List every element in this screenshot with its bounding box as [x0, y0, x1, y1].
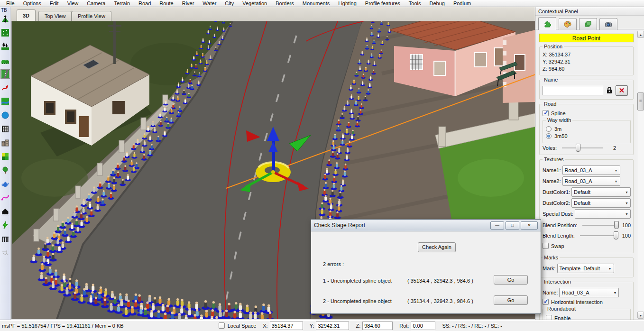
spline-label: Spline	[551, 110, 566, 116]
panel-scrollbar[interactable]: ▲ ▼	[637, 31, 644, 319]
tree-icon[interactable]	[0, 166, 10, 175]
blend-length-thumb[interactable]	[614, 231, 618, 239]
error-1-go-button[interactable]: Go	[494, 275, 528, 285]
menu-tools[interactable]: Tools	[405, 0, 425, 7]
menu-camera[interactable]: Camera	[83, 0, 110, 7]
close-button[interactable]: ✕	[521, 221, 538, 230]
menu-terrain[interactable]: Terrain	[110, 0, 134, 7]
menu-podium[interactable]: Podium	[449, 0, 475, 7]
position-x: X: 35134.37	[543, 51, 631, 58]
error-1-coords: ( 35134.4 , 32942.3 , 984.6 )	[407, 278, 473, 284]
city-icon[interactable]	[0, 124, 10, 134]
status-rot-input[interactable]	[411, 322, 435, 330]
menu-bar: File Options Edit View Camera Terrain Ro…	[0, 0, 644, 7]
menu-road[interactable]: Road	[134, 0, 155, 7]
status-x-label: X:	[263, 323, 267, 329]
road-icon[interactable]	[0, 69, 10, 79]
menu-profile-features[interactable]: Profile features	[361, 0, 405, 7]
menu-edit[interactable]: Edit	[46, 0, 63, 7]
name2-dropdown[interactable]: Road_03_A▼	[562, 176, 620, 186]
profile-curve-icon[interactable]	[0, 193, 10, 202]
voies-slider[interactable]	[562, 147, 603, 148]
error-2-label: 2 - Uncompleted spline object	[323, 298, 392, 304]
status-rot-label: Rot:	[399, 323, 409, 329]
menu-view[interactable]: View	[63, 0, 83, 7]
local-space-checkbox[interactable]	[219, 322, 225, 329]
menu-debug[interactable]: Debug	[425, 0, 449, 7]
dustcolor1-dropdown[interactable]: Default▼	[571, 187, 631, 197]
delete-name-button[interactable]: ✕	[616, 85, 628, 96]
menu-borders[interactable]: Borders	[271, 0, 298, 7]
misc-tool-icon[interactable]	[0, 248, 10, 257]
tab-top-view[interactable]: Top View	[38, 11, 72, 21]
check-stage-report-dialog: Check Stage Report — □ ✕ Check Again 2 e…	[311, 219, 541, 314]
status-y-input[interactable]	[316, 322, 349, 330]
scroll-down-icon[interactable]: ▼	[637, 312, 644, 319]
toolbar-label: TB	[0, 7, 10, 14]
error-1-label: 1 - Uncompleted spline object	[323, 278, 392, 284]
view-tab-strip: 3D Top View Profile View	[11, 7, 535, 21]
blend-length-slider[interactable]	[580, 235, 618, 236]
mark-dropdown[interactable]: Template_Default▼	[557, 264, 614, 273]
menu-file[interactable]: File	[2, 0, 19, 7]
swap-checkbox[interactable]	[543, 243, 549, 249]
terrain-updown-icon[interactable]	[0, 42, 10, 51]
menu-water[interactable]: Water	[198, 0, 221, 7]
name-input[interactable]	[543, 86, 603, 95]
dustcolor2-value: Default	[574, 200, 590, 206]
voies-label: Voies:	[543, 145, 557, 151]
way-width-label: Way width	[546, 117, 572, 123]
horizontal-intersection-checkbox[interactable]	[543, 299, 549, 305]
river-icon[interactable]	[0, 97, 10, 106]
terrain-raise-icon[interactable]	[0, 14, 10, 24]
buildings-icon[interactable]	[0, 138, 10, 147]
menu-vegetation[interactable]: Vegetation	[238, 0, 271, 7]
status-x-input[interactable]	[270, 322, 303, 330]
intersection-name-dropdown[interactable]: Road_03_A▼	[559, 288, 619, 297]
status-z-input[interactable]	[362, 322, 393, 330]
menu-options[interactable]: Options	[19, 0, 46, 7]
voies-slider-thumb[interactable]	[576, 144, 580, 152]
error-2-go-button[interactable]: Go	[494, 295, 528, 305]
menu-city[interactable]: City	[221, 0, 238, 7]
monuments-icon[interactable]	[0, 179, 10, 189]
tab-profile-view[interactable]: Profile View	[72, 11, 111, 21]
minimize-button[interactable]: —	[490, 221, 504, 230]
blend-position-slider[interactable]	[582, 225, 618, 226]
position-z: Z: 984.60	[543, 65, 631, 73]
name1-dropdown[interactable]: Road_03_A▼	[562, 166, 620, 175]
chevron-down-icon: ▼	[613, 180, 620, 183]
menu-route[interactable]: Route	[155, 0, 177, 7]
terrain-vegetation-icon[interactable]	[0, 28, 10, 37]
house-icon[interactable]	[0, 207, 10, 216]
maximize-button[interactable]: □	[506, 221, 519, 230]
blend-position-thumb[interactable]	[614, 221, 619, 229]
menu-monuments[interactable]: Monuments	[298, 0, 334, 7]
scroll-up-icon[interactable]: ▲	[637, 31, 644, 38]
way-width-3m50-radio[interactable]	[546, 133, 552, 139]
menu-river[interactable]: River	[178, 0, 199, 7]
route-icon[interactable]	[0, 83, 10, 92]
check-again-button[interactable]: Check Again	[418, 242, 456, 252]
marks-group: Marks Mark: Template_Default▼	[539, 257, 634, 277]
special-dust-dropdown[interactable]: ▼	[575, 209, 631, 219]
borders-fence-icon[interactable]	[0, 234, 10, 244]
camera-icon[interactable]	[599, 18, 617, 30]
intersection-name-label: Name:	[543, 290, 558, 295]
lock-icon	[606, 87, 613, 95]
way-width-3m-radio[interactable]	[546, 126, 552, 132]
mark-value: Template_Default	[560, 266, 600, 271]
tab-3d[interactable]: 3D	[17, 9, 36, 21]
dustcolor2-dropdown[interactable]: Default▼	[571, 198, 631, 208]
terrain-hills-icon[interactable]	[0, 55, 10, 65]
spline-checkbox[interactable]	[543, 110, 549, 116]
scrollbar-thumb[interactable]	[637, 92, 644, 110]
layers-icon[interactable]	[579, 18, 597, 30]
palette-icon[interactable]	[559, 18, 577, 30]
puzzle-icon[interactable]	[538, 17, 556, 30]
dialog-titlebar[interactable]: Check Stage Report — □ ✕	[311, 220, 541, 231]
water-icon[interactable]	[0, 110, 10, 120]
vegetation-zones-icon[interactable]	[0, 152, 10, 161]
menu-lighting[interactable]: Lighting	[334, 0, 361, 7]
lighting-icon[interactable]	[0, 221, 10, 230]
